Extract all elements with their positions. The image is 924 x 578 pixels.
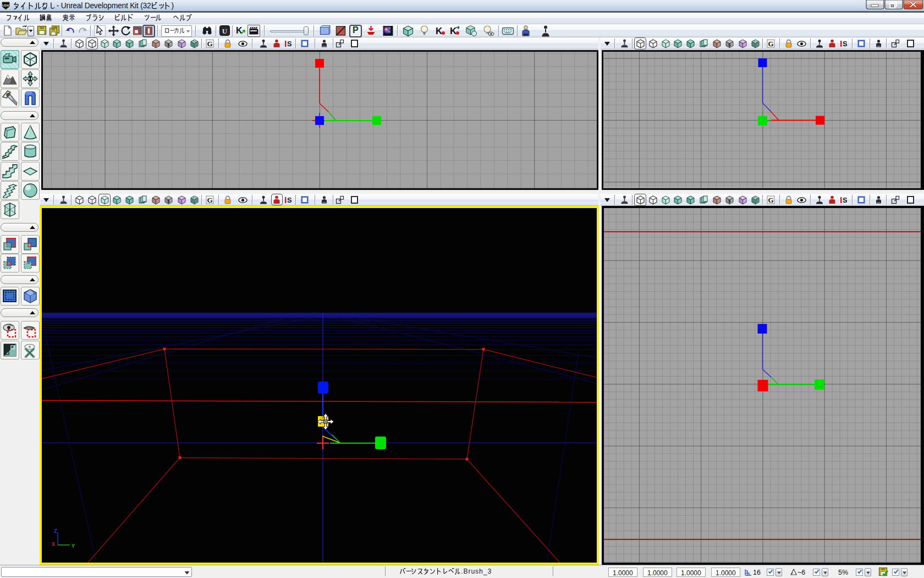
svg-text:UDK: UDK xyxy=(2,4,10,7)
svg-text:U: U xyxy=(222,27,228,35)
svg-text:S: S xyxy=(843,196,847,204)
svg-text:$: $ xyxy=(167,42,170,47)
svg-text:S: S xyxy=(843,40,847,48)
svg-text:G: G xyxy=(207,195,212,204)
svg-text:S: S xyxy=(287,196,292,204)
svg-text:Z: Z xyxy=(54,528,57,535)
svg-text:- Unreal Development Kit (32: - Unreal Development Kit (32 xyxy=(57,2,151,10)
svg-text:$: $ xyxy=(167,199,170,204)
svg-text:G: G xyxy=(768,39,773,47)
svg-text:S: S xyxy=(287,40,292,48)
svg-text:Y: Y xyxy=(72,543,75,549)
svg-text:K: K xyxy=(436,26,443,36)
svg-text:.Brush_3: .Brush_3 xyxy=(461,568,491,575)
svg-text:X: X xyxy=(52,542,55,548)
svg-text:): ) xyxy=(171,2,174,10)
svg-text:G: G xyxy=(207,39,212,47)
svg-text:K: K xyxy=(236,26,243,35)
svg-text:$: $ xyxy=(728,42,731,47)
svg-text:$: $ xyxy=(728,199,731,204)
svg-text:G: G xyxy=(768,195,773,204)
